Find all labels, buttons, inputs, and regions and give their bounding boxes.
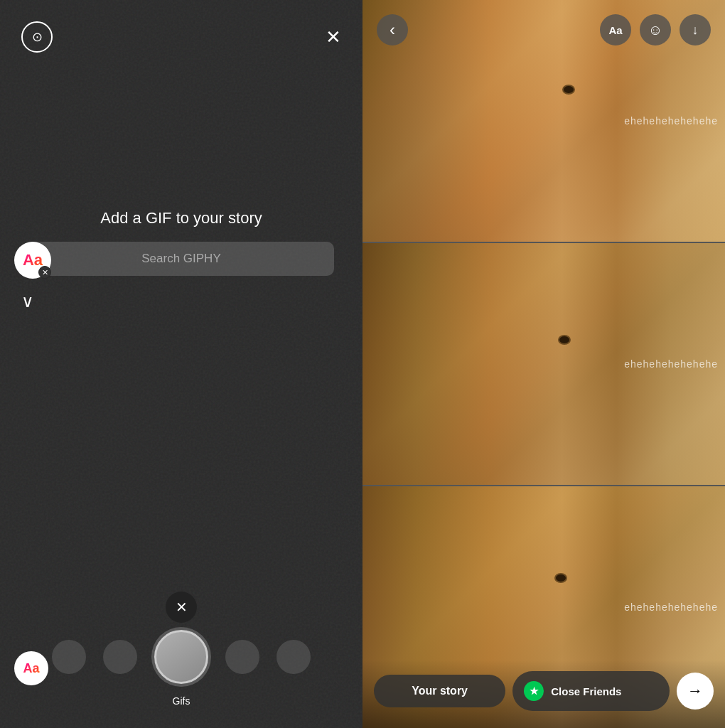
lizard-overlay-text-1: ehehehehehehehe [624, 115, 718, 127]
gif-title: Add a GIF to your story [100, 209, 262, 228]
lizard-overlay-text-2: ehehehehehehehe [624, 358, 718, 370]
aa-badge[interactable]: Aa ✕ [14, 242, 51, 279]
right-top-nav: ‹ Aa ☺ ↓ [362, 0, 725, 53]
sticker-button[interactable]: ☺ [640, 14, 671, 46]
download-icon: ↓ [692, 23, 699, 38]
green-star-icon: ★ [524, 681, 544, 701]
close-friends-label: Close Friends [551, 685, 621, 697]
search-giphy-box[interactable]: Search GIPHY [28, 242, 334, 276]
gif-prompt-area: Add a GIF to your story Search GIPHY [0, 209, 362, 276]
shutter-button[interactable] [154, 630, 208, 684]
chevron-down[interactable]: ∨ [21, 291, 34, 311]
gifs-label: Gifs [173, 695, 190, 707]
aa-close-icon: ✕ [42, 268, 48, 277]
sticker-icon: ☺ [648, 22, 662, 38]
your-story-button[interactable]: Your story [374, 675, 505, 707]
cam-dot-2[interactable] [103, 640, 137, 674]
close-center-icon: ✕ [176, 599, 188, 616]
right-bottom-bar: Your story ★ Close Friends → [362, 660, 725, 728]
aa-close-dot[interactable]: ✕ [38, 266, 51, 279]
lizard-overlay-text-3: ehehehehehehehe [624, 601, 718, 613]
right-nav-icons: Aa ☺ ↓ [600, 14, 711, 46]
left-top-bar: ⊙ ✕ [0, 0, 362, 53]
settings-icon: ⊙ [32, 29, 43, 45]
left-panel: ⊙ ✕ Add a GIF to your story Search GIPHY… [0, 0, 362, 728]
aa-badge-text: Aa [23, 251, 43, 269]
camera-row [52, 630, 311, 684]
aa-sticker[interactable]: Aa ✕ [14, 242, 51, 279]
cam-dot-1[interactable] [52, 640, 86, 674]
cam-dot-4[interactable] [276, 640, 311, 674]
close-button-left[interactable]: ✕ [326, 21, 341, 53]
cam-dot-3[interactable] [225, 640, 259, 674]
back-icon: ‹ [390, 20, 395, 40]
close-center-button[interactable]: ✕ [166, 592, 197, 623]
text-tool-icon: Aa [608, 24, 622, 36]
back-button[interactable]: ‹ [377, 14, 408, 46]
close-icon-left: ✕ [326, 26, 341, 48]
right-panel: ehehehehehehehe ehehehehehehehe eheheheh… [362, 0, 725, 728]
lizard-frame-2: ehehehehehehehe [362, 243, 725, 486]
lizard-frames: ehehehehehehehe ehehehehehehehe eheheheh… [362, 0, 725, 728]
next-button[interactable]: → [677, 673, 714, 710]
star-icon: ★ [530, 685, 539, 697]
text-tool-button[interactable]: Aa [600, 14, 631, 46]
arrow-icon: → [687, 682, 703, 700]
bottom-toolbar: ✕ Gifs [0, 592, 362, 728]
your-story-label: Your story [412, 685, 468, 697]
search-giphy-placeholder: Search GIPHY [141, 252, 221, 266]
settings-button[interactable]: ⊙ [21, 21, 53, 53]
close-friends-button[interactable]: ★ Close Friends [512, 671, 670, 711]
download-button[interactable]: ↓ [680, 14, 711, 46]
